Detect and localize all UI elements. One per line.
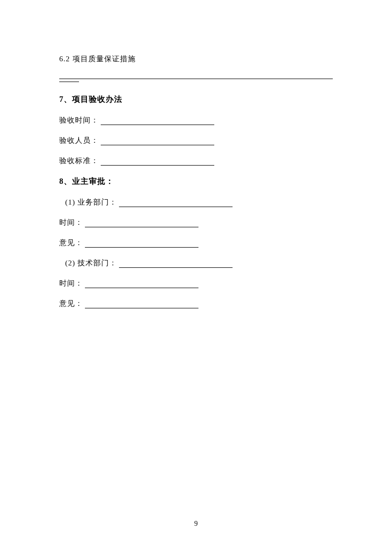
acceptance-standard-blank[interactable]	[101, 158, 214, 166]
acceptance-standard-row: 验收标准：	[59, 156, 333, 166]
business-opinion-blank[interactable]	[85, 240, 198, 248]
tech-opinion-label: 意见：	[59, 299, 83, 308]
acceptance-standard-label: 验收标准：	[59, 156, 99, 166]
tech-time-label: 时间：	[59, 279, 83, 288]
business-time-row: 时间：	[59, 218, 333, 227]
business-opinion-row: 意见：	[59, 238, 333, 248]
tech-time-blank[interactable]	[85, 280, 198, 288]
section-7-heading: 7、项目验收办法	[59, 94, 333, 105]
section-6-2-heading: 6.2 项目质量保证措施	[59, 54, 333, 64]
business-opinion-label: 意见：	[59, 238, 83, 248]
acceptance-time-blank[interactable]	[101, 117, 214, 125]
tech-dept-blank[interactable]	[119, 260, 233, 268]
horizontal-rule-continuation	[59, 82, 79, 82]
business-time-label: 时间：	[59, 218, 83, 227]
business-dept-label: (1) 业务部门：	[65, 198, 117, 207]
tech-opinion-row: 意见：	[59, 299, 333, 308]
acceptance-person-row: 验收人员：	[59, 136, 333, 145]
acceptance-person-blank[interactable]	[101, 137, 214, 145]
page-number: 9	[0, 520, 392, 528]
business-dept-row: (1) 业务部门：	[59, 198, 333, 207]
horizontal-rule	[59, 79, 333, 79]
acceptance-time-row: 验收时间：	[59, 116, 333, 125]
tech-time-row: 时间：	[59, 279, 333, 288]
acceptance-person-label: 验收人员：	[59, 136, 99, 145]
acceptance-time-label: 验收时间：	[59, 116, 99, 125]
tech-opinion-blank[interactable]	[85, 300, 198, 308]
tech-dept-label: (2) 技术部门：	[65, 258, 117, 268]
tech-dept-row: (2) 技术部门：	[59, 258, 333, 268]
business-dept-blank[interactable]	[119, 199, 233, 207]
section-8-heading: 8、业主审批：	[59, 176, 333, 187]
business-time-blank[interactable]	[85, 219, 198, 227]
